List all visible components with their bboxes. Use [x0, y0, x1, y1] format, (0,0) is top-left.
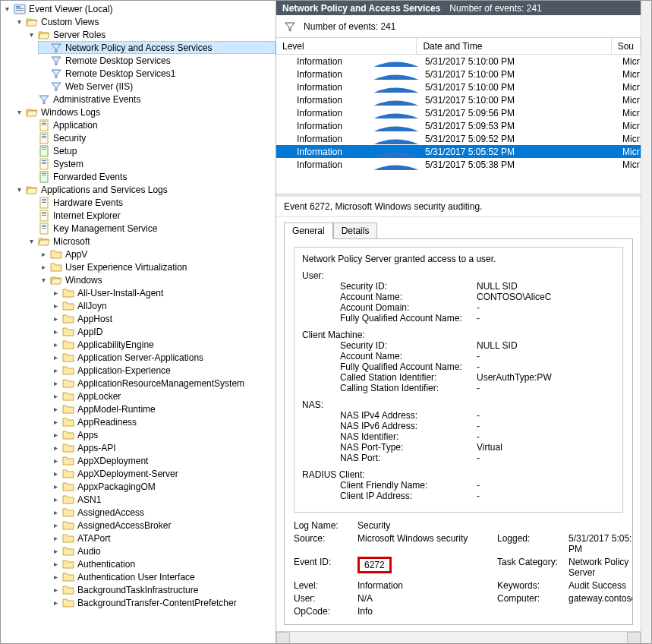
- tree-leaf[interactable]: ▸ApplicabilityEngine: [50, 338, 276, 351]
- tree-leaf[interactable]: ▸Apps-API: [50, 441, 276, 454]
- tree-leaf[interactable]: ▸Application-Experience: [50, 364, 276, 377]
- expand-icon[interactable]: ▸: [52, 534, 60, 542]
- column-level[interactable]: Level: [276, 38, 417, 54]
- event-row[interactable]: Information5/31/2017 5:10:00 PMMicr: [276, 68, 641, 80]
- event-row[interactable]: Information5/31/2017 5:05:38 PMMicr: [276, 158, 641, 171]
- detail-message[interactable]: Network Policy Server granted access to …: [294, 247, 623, 513]
- event-row[interactable]: Information5/31/2017 5:10:00 PMMicr: [276, 55, 641, 68]
- tab-general[interactable]: General: [284, 223, 333, 239]
- tree-leaf[interactable]: ▸AssignedAccess: [50, 506, 276, 519]
- tree-windows-folder[interactable]: ▾ Windows: [38, 273, 276, 286]
- expand-icon[interactable]: ▸: [52, 495, 60, 504]
- expand-icon[interactable]: ▸: [52, 366, 60, 374]
- tree-leaf[interactable]: ▸BackgroundTaskInfrastructure: [50, 583, 276, 596]
- tree-apps-services[interactable]: ▾ Applications and Services Logs: [14, 183, 276, 196]
- tree-leaf[interactable]: ▸AppXDeployment: [50, 454, 276, 467]
- tree-leaf[interactable]: ▸AppModel-Runtime: [50, 402, 276, 415]
- expand-icon[interactable]: ▸: [52, 301, 60, 310]
- funnel-icon[interactable]: [284, 21, 296, 33]
- horizontal-scrollbar[interactable]: [276, 631, 641, 643]
- expand-icon[interactable]: ▸: [52, 418, 60, 426]
- tree-leaf[interactable]: ▸ApplicationResourceManagementSystem: [50, 377, 276, 390]
- tree-forwarded-log[interactable]: ·Forwarded Events: [26, 170, 276, 183]
- tree-appv[interactable]: ▸AppV: [38, 248, 276, 260]
- tree-security-log[interactable]: ·Security: [26, 131, 276, 144]
- expand-icon[interactable]: ▸: [52, 431, 60, 439]
- expand-icon[interactable]: ▸: [52, 586, 60, 594]
- tree-iis[interactable]: · Web Server (IIS): [38, 80, 276, 93]
- expand-icon[interactable]: ▸: [52, 456, 60, 465]
- expand-icon[interactable]: ▸: [52, 444, 60, 452]
- expand-icon[interactable]: ▸: [52, 340, 60, 349]
- event-row[interactable]: Information5/31/2017 5:10:00 PMMicr: [276, 93, 641, 106]
- tab-details[interactable]: Details: [333, 223, 378, 239]
- navigation-tree-pane[interactable]: ▾ Event Viewer (Local) ▾ Custom Views: [1, 1, 276, 643]
- tree-leaf[interactable]: ▸AppReadiness: [50, 415, 276, 428]
- expand-icon[interactable]: ▸: [52, 508, 60, 516]
- tree-leaf[interactable]: ▸AssignedAccessBroker: [50, 519, 276, 532]
- tree-custom-views[interactable]: ▾ Custom Views: [14, 15, 276, 28]
- expand-icon[interactable]: ▸: [39, 263, 48, 271]
- collapse-icon[interactable]: ▾: [15, 17, 24, 26]
- tree-admin-events[interactable]: · Administrative Events: [26, 93, 276, 106]
- tree-leaf[interactable]: ▸AppxPackagingOM: [50, 480, 276, 493]
- expand-icon[interactable]: ▸: [52, 560, 60, 568]
- event-row[interactable]: Information5/31/2017 5:09:56 PMMicr: [276, 106, 641, 119]
- expand-icon[interactable]: ▸: [52, 598, 60, 607]
- column-headers[interactable]: Level Date and Time Sou: [276, 38, 641, 55]
- tree-ie[interactable]: ·Internet Explorer: [26, 209, 276, 222]
- tree-leaf[interactable]: ▸Authentication: [50, 557, 276, 570]
- tree-leaf[interactable]: ▸ATAPort: [50, 532, 276, 545]
- expand-icon[interactable]: ▸: [52, 379, 60, 387]
- tree-application-log[interactable]: ·Application: [26, 118, 276, 131]
- tree-system-log[interactable]: ·System: [26, 157, 276, 170]
- tree-leaf[interactable]: ▸Audio: [50, 545, 276, 557]
- expand-icon[interactable]: ▸: [52, 392, 60, 400]
- tree-windows-logs[interactable]: ▾ Windows Logs: [14, 106, 276, 118]
- tree-leaf[interactable]: ▸Application Server-Applications: [50, 351, 276, 364]
- tree-leaf[interactable]: ▸All-User-Install-Agent: [50, 286, 276, 299]
- expand-icon[interactable]: ▸: [52, 573, 60, 581]
- expand-icon[interactable]: ▸: [52, 482, 60, 491]
- collapse-icon[interactable]: ▾: [15, 185, 24, 194]
- tree-kms[interactable]: ·Key Management Service: [26, 222, 276, 235]
- collapse-icon[interactable]: ▾: [15, 108, 24, 116]
- expand-icon[interactable]: ▸: [52, 314, 60, 323]
- tree-rds[interactable]: · Remote Desktop Services: [38, 54, 276, 67]
- collapse-icon[interactable]: ▾: [39, 276, 48, 284]
- tree-leaf[interactable]: ▸AllJoyn: [50, 299, 276, 312]
- tree-npas[interactable]: · Network Policy and Access Services: [38, 41, 276, 54]
- tree-microsoft[interactable]: ▾ Microsoft: [26, 235, 276, 248]
- expand-icon[interactable]: ▸: [52, 289, 60, 297]
- expand-icon[interactable]: ▸: [39, 250, 48, 258]
- expand-icon[interactable]: ▸: [52, 353, 60, 361]
- tree-leaf[interactable]: ▸AppXDeployment-Server: [50, 467, 276, 480]
- vertical-scrollbar[interactable]: [641, 1, 651, 643]
- event-row[interactable]: Information5/31/2017 5:10:00 PMMicr: [276, 80, 641, 93]
- tree-rds1[interactable]: · Remote Desktop Services1: [38, 67, 276, 80]
- tree-server-roles[interactable]: ▾ Server Roles: [26, 28, 276, 41]
- event-row[interactable]: Information5/31/2017 5:05:52 PMMicr: [276, 145, 641, 158]
- expand-icon[interactable]: ▸: [52, 469, 60, 478]
- event-row[interactable]: Information5/31/2017 5:09:52 PMMicr: [276, 132, 641, 145]
- tree-hw-events[interactable]: ·Hardware Events: [26, 196, 276, 209]
- event-list[interactable]: Level Date and Time Sou Information5/31/…: [276, 38, 641, 194]
- expand-icon[interactable]: ▸: [52, 327, 60, 336]
- tree-setup-log[interactable]: ·Setup: [26, 144, 276, 157]
- collapse-icon[interactable]: ▾: [27, 30, 36, 39]
- tree-leaf[interactable]: ▸AppLocker: [50, 390, 276, 402]
- collapse-icon[interactable]: ▾: [27, 237, 36, 245]
- tree-leaf[interactable]: ▸AppHost: [50, 312, 276, 325]
- tree-leaf[interactable]: ▸ASN1: [50, 493, 276, 506]
- column-source[interactable]: Sou: [612, 38, 641, 54]
- tree-root[interactable]: ▾ Event Viewer (Local): [2, 2, 276, 15]
- event-row[interactable]: Information5/31/2017 5:09:53 PMMicr: [276, 119, 641, 132]
- column-date[interactable]: Date and Time: [417, 38, 611, 54]
- tree-leaf[interactable]: ▸AppID: [50, 325, 276, 338]
- expand-icon[interactable]: ▸: [52, 547, 60, 555]
- collapse-icon[interactable]: ▾: [3, 5, 11, 13]
- tree-uev[interactable]: ▸User Experience Virtualization: [38, 260, 276, 273]
- expand-icon[interactable]: ▸: [52, 405, 60, 413]
- tree-leaf[interactable]: ▸Authentication User Interface: [50, 570, 276, 583]
- expand-icon[interactable]: ▸: [52, 521, 60, 529]
